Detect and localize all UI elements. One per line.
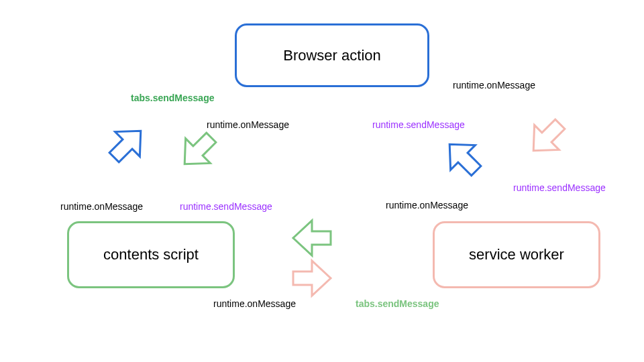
- label-runtime-on-topleft: runtime.onMessage: [207, 119, 289, 130]
- label-tabs-send-top: tabs.sendMessage: [131, 93, 215, 103]
- label-runtime-send-purple-topright: runtime.sendMessage: [372, 119, 465, 130]
- label-runtime-on-bottom: runtime.onMessage: [213, 298, 296, 309]
- node-browser-action-label: Browser action: [283, 47, 381, 64]
- label-runtime-send-purple-right: runtime.sendMessage: [513, 182, 606, 193]
- node-service-worker: service worker: [433, 221, 600, 288]
- arrow-contents-to-service: [285, 218, 339, 258]
- node-service-worker-label: service worker: [469, 246, 564, 263]
- label-runtime-on-topright: runtime.onMessage: [453, 80, 535, 90]
- node-contents-script: contents script: [67, 221, 235, 288]
- arrow-browser-to-service: [436, 131, 490, 184]
- label-runtime-on-leftbox: runtime.onMessage: [60, 201, 143, 212]
- arrow-browser-to-contents: [101, 117, 154, 171]
- node-contents-script-label: contents script: [103, 246, 199, 263]
- node-browser-action: Browser action: [235, 23, 429, 87]
- label-runtime-send-purple-left: runtime.sendMessage: [180, 201, 272, 212]
- label-runtime-on-rightbox: runtime.onMessage: [386, 200, 468, 210]
- label-tabs-send-bottom: tabs.sendMessage: [356, 298, 439, 309]
- arrow-service-to-browser: [520, 111, 574, 164]
- arrow-service-to-contents: [285, 258, 339, 298]
- arrow-contents-to-browser: [171, 124, 225, 178]
